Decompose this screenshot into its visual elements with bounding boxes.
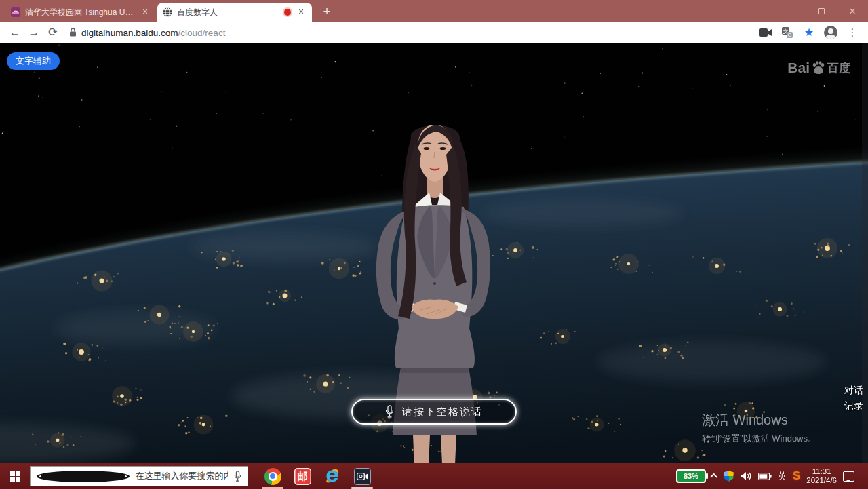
recording-indicator-icon — [284, 9, 291, 16]
defender-shield-icon[interactable] — [724, 471, 734, 482]
show-desktop-button[interactable] — [861, 463, 864, 489]
address-bar-actions: 文G ★ ⋮ — [757, 24, 863, 41]
browser-window: 清华大学校园网 Tsinghua Univ × 百度数字人 × + – ✕ ← … — [0, 0, 868, 489]
windows-taskbar: 在这里输入你要搜索的内容 邮 — [0, 463, 868, 489]
baidu-logo: Bai 百度 — [787, 60, 850, 76]
url-host: digitalhuman.baidu.com — [81, 28, 178, 38]
window-controls: – ✕ — [774, 0, 868, 22]
volume-icon[interactable] — [740, 471, 752, 482]
mail-taskbar-button[interactable]: 邮 — [288, 463, 317, 489]
windows-logo-icon — [10, 471, 20, 482]
mail-icon: 邮 — [294, 468, 311, 485]
close-tab-icon[interactable]: × — [296, 7, 307, 18]
close-tab-icon[interactable]: × — [140, 7, 151, 18]
baidu-paw-icon — [811, 60, 826, 75]
text-assist-button[interactable]: 文字辅助 — [7, 52, 60, 70]
taskbar-apps: 邮 — [258, 463, 377, 489]
recorder-taskbar-button[interactable] — [347, 463, 377, 489]
globe-favicon-icon — [163, 7, 172, 17]
tsinghua-favicon-icon — [11, 7, 20, 17]
tab-tsinghua[interactable]: 清华大学校园网 Tsinghua Univ × — [5, 3, 156, 22]
tray-expand-icon[interactable] — [710, 473, 717, 481]
camera-recorder-icon — [354, 468, 371, 485]
internet-explorer-icon — [323, 467, 341, 485]
activate-windows-watermark: 激活 Windows 转到“设置”以激活 Windows。 — [702, 411, 816, 445]
lock-icon — [69, 28, 77, 37]
taskbar-clock[interactable]: 11:31 2021/4/6 — [806, 467, 837, 485]
action-center-icon[interactable] — [843, 471, 854, 482]
bookmark-star-icon[interactable]: ★ — [800, 24, 818, 41]
start-button[interactable] — [0, 463, 30, 489]
sogou-input-icon[interactable]: S — [793, 469, 800, 483]
cortana-icon — [37, 471, 130, 482]
push-to-talk-pill[interactable]: 请按下空格说话 — [351, 399, 517, 425]
camera-in-use-icon[interactable] — [757, 24, 774, 41]
battery-status-icon[interactable] — [758, 473, 772, 480]
tab-title: 清华大学校园网 Tsinghua Univ — [25, 7, 135, 18]
search-mic-icon[interactable] — [234, 471, 241, 482]
chrome-taskbar-button[interactable] — [258, 463, 288, 489]
restore-button[interactable] — [806, 0, 837, 22]
new-tab-button[interactable]: + — [317, 3, 336, 22]
profile-avatar[interactable] — [822, 24, 840, 41]
url-path: /cloud/react — [178, 28, 226, 38]
system-tray: 83% 英 S 11:31 2021/4/6 — [676, 463, 868, 489]
tab-digital-human[interactable]: 百度数字人 × — [157, 3, 312, 22]
minimize-button[interactable]: – — [774, 0, 806, 22]
page-content: 文字辅助 Bai 百度 请按下空格说话 对话 记录 — [0, 43, 868, 463]
conversation-log-tab[interactable]: 对话 记录 — [844, 383, 863, 414]
translate-icon[interactable]: 文G — [778, 24, 796, 41]
tab-title: 百度数字人 — [177, 7, 279, 18]
back-button[interactable]: ← — [5, 23, 24, 42]
close-window-button[interactable]: ✕ — [837, 0, 868, 22]
address-bar: ← → ⟳ digitalhuman.baidu.com/cloud/react… — [0, 22, 868, 43]
tab-bar: 清华大学校园网 Tsinghua Univ × 百度数字人 × + – ✕ — [0, 0, 868, 22]
ie-taskbar-button[interactable] — [317, 463, 347, 489]
svg-text:G: G — [788, 32, 792, 38]
forward-button[interactable]: → — [24, 23, 43, 42]
ime-language-indicator[interactable]: 英 — [778, 470, 787, 482]
chrome-icon — [264, 468, 281, 485]
taskbar-search-input[interactable]: 在这里输入你要搜索的内容 — [30, 466, 248, 486]
microphone-icon — [385, 405, 394, 418]
reload-button[interactable]: ⟳ — [43, 23, 62, 42]
menu-dots-icon[interactable]: ⋮ — [844, 24, 861, 41]
url-field[interactable]: digitalhuman.baidu.com/cloud/react — [62, 23, 757, 42]
battery-percent-widget[interactable]: 83% — [676, 469, 706, 483]
